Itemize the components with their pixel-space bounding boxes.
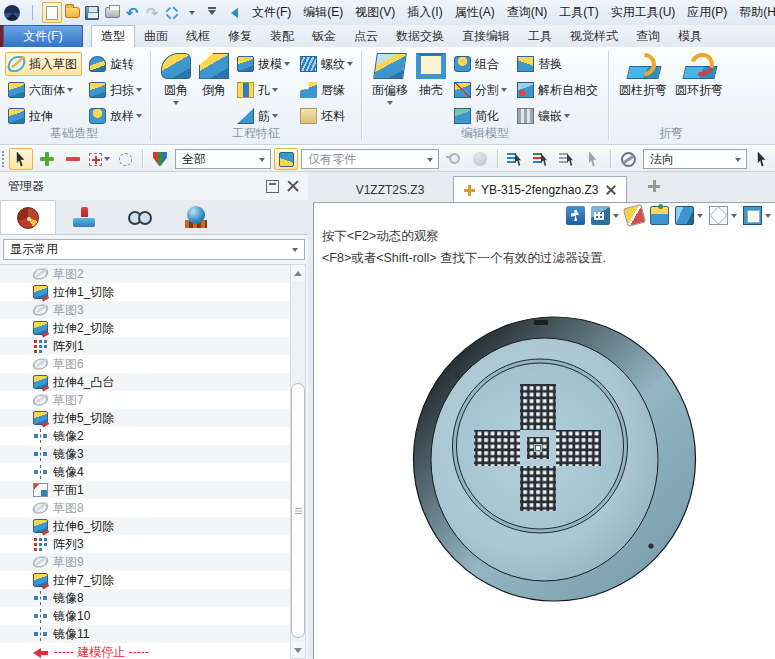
menu-item[interactable]: 插入(I) <box>401 0 448 25</box>
tree-item[interactable]: 镜像4 <box>0 463 290 481</box>
3d-model-disc[interactable] <box>314 203 775 659</box>
qat-button[interactable] <box>162 2 182 23</box>
toolbar-button[interactable] <box>113 148 137 170</box>
document-tab-active[interactable]: YB-315-2fengzhao.Z3 <box>453 176 627 203</box>
ribbon-tab[interactable]: 点云 <box>345 25 387 47</box>
ribbon-tab[interactable]: 数据交换 <box>387 25 453 47</box>
dropdown-arrow-icon[interactable] <box>284 62 290 69</box>
menu-item[interactable]: 编辑(E) <box>297 0 349 25</box>
dropdown-arrow-icon[interactable] <box>272 88 278 95</box>
tree-item[interactable]: 草图2 <box>0 265 290 283</box>
dropdown-arrow-icon[interactable] <box>564 114 570 121</box>
ribbon-button-large[interactable]: 圆环折弯 <box>672 51 726 101</box>
qat-button[interactable] <box>82 2 102 23</box>
filter-button[interactable] <box>148 148 172 170</box>
reuse-button[interactable] <box>274 148 298 170</box>
new-tab-button[interactable] <box>648 180 660 192</box>
qat-button[interactable] <box>202 2 222 23</box>
tree-item[interactable]: 平面1 <box>0 481 290 499</box>
scroll-down-button[interactable] <box>291 642 305 658</box>
tree-item[interactable]: 草图3 <box>0 301 290 319</box>
ribbon-button-large[interactable]: 圆角 <box>158 51 194 110</box>
qat-button[interactable]: ↶ <box>122 2 142 23</box>
tree-item[interactable]: 拉伸5_切除 <box>0 409 290 427</box>
toggle-a-button[interactable] <box>442 148 466 170</box>
dropdown-arrow-icon[interactable] <box>173 101 179 108</box>
ribbon-button[interactable]: 孔 <box>234 78 293 102</box>
entity-filter-combo[interactable]: 全部 <box>175 149 271 169</box>
toolbar-button[interactable] <box>35 148 59 170</box>
ribbon-button-large[interactable]: 倒角 <box>196 51 232 110</box>
ribbon-tab[interactable]: 造型 <box>91 25 135 47</box>
tree-item[interactable]: 镜像8 <box>0 589 290 607</box>
tree-filter-combo[interactable]: 显示常用 <box>3 239 305 260</box>
qat-button[interactable]: ↷ <box>142 2 162 23</box>
qat-button[interactable] <box>22 2 42 23</box>
ribbon-tab[interactable]: 工具 <box>519 25 561 47</box>
ribbon-tab[interactable]: 装配 <box>261 25 303 47</box>
qat-button[interactable] <box>182 2 202 23</box>
document-tab[interactable]: V1ZZT2S.Z3 <box>325 178 455 202</box>
ribbon-button[interactable]: 拔模 <box>234 52 293 76</box>
ribbon-tab[interactable]: 修复 <box>219 25 261 47</box>
pick-scope-combo[interactable]: 仅有零件 <box>301 149 439 169</box>
ribbon-tab[interactable]: 查询 <box>627 25 669 47</box>
pick-list-gray-button[interactable] <box>555 148 579 170</box>
toolbar-button[interactable] <box>61 148 85 170</box>
ribbon-button[interactable]: 组合 <box>451 52 510 76</box>
menu-item[interactable]: 属性(A) <box>449 0 501 25</box>
manager-tab[interactable] <box>168 200 224 234</box>
tree-item[interactable]: 草图8 <box>0 499 290 517</box>
ribbon-button[interactable]: 螺纹 <box>297 52 356 76</box>
ribbon-tab[interactable]: 直接编辑 <box>453 25 519 47</box>
ribbon-tab[interactable]: 线框 <box>177 25 219 47</box>
manager-tab[interactable] <box>112 200 168 234</box>
menu-item[interactable]: 实用工具(U) <box>605 0 682 25</box>
tree-item[interactable]: 镜像10 <box>0 607 290 625</box>
tree-item[interactable]: 拉伸1_切除 <box>0 283 290 301</box>
pick-list-colored-button[interactable] <box>529 148 553 170</box>
close-tab-icon[interactable] <box>606 185 616 195</box>
tree-item[interactable]: 镜像11 <box>0 625 290 643</box>
normal-combo[interactable]: 法向 <box>643 149 747 169</box>
dropdown-arrow-icon[interactable] <box>272 114 278 121</box>
tree-item[interactable]: 拉伸6_切除 <box>0 517 290 535</box>
toolbar-button[interactable] <box>9 148 33 170</box>
tree-item[interactable]: ----- 建模停止 ----- <box>0 643 290 659</box>
scrollbar-thumb[interactable] <box>291 383 305 638</box>
menu-item[interactable]: 帮助(H) <box>733 0 775 25</box>
manager-tab[interactable] <box>0 200 56 234</box>
ribbon-button[interactable]: 旋转 <box>86 52 145 76</box>
scroll-up-button[interactable] <box>291 265 305 281</box>
toolbar-button[interactable] <box>87 148 111 170</box>
qat-button[interactable] <box>102 2 122 23</box>
tree-item[interactable]: 拉伸7_切除 <box>0 571 290 589</box>
ribbon-button[interactable]: 分割 <box>451 78 510 102</box>
gyro-button[interactable] <box>616 148 640 170</box>
tree-item[interactable]: 阵列1 <box>0 337 290 355</box>
edge-cursor-button[interactable] <box>750 148 774 170</box>
ribbon-file-tab[interactable]: 文件(F) <box>3 25 83 47</box>
dropdown-arrow-icon[interactable] <box>136 88 142 95</box>
float-panel-button[interactable] <box>266 180 279 193</box>
qat-button[interactable] <box>62 2 82 23</box>
ribbon-button-large[interactable]: 面偏移 <box>369 51 411 110</box>
ribbon-tab[interactable]: 视觉样式 <box>561 25 627 47</box>
ribbon-button-large[interactable]: 圆柱折弯 <box>616 51 670 101</box>
ribbon-button-large[interactable]: 抽壳 <box>413 51 449 110</box>
ribbon-button[interactable]: 替换 <box>514 52 603 76</box>
tree-item[interactable]: 镜像3 <box>0 445 290 463</box>
ribbon-tab[interactable]: 模具 <box>669 25 711 47</box>
ribbon-tab[interactable]: 曲面 <box>135 25 177 47</box>
ribbon-button[interactable]: 插入草图 <box>5 52 82 76</box>
menu-item[interactable]: 查询(N) <box>501 0 554 25</box>
tree-item[interactable]: 草图9 <box>0 553 290 571</box>
tree-scrollbar[interactable] <box>290 264 306 659</box>
dropdown-arrow-icon[interactable] <box>501 88 507 95</box>
dropdown-arrow-icon[interactable] <box>387 101 393 108</box>
ribbon-button[interactable]: 唇缘 <box>297 78 356 102</box>
menu-item[interactable]: 文件(F) <box>246 0 297 25</box>
menu-item[interactable]: 视图(V) <box>349 0 401 25</box>
toolbar-grip[interactable] <box>2 151 4 167</box>
tree-item[interactable]: 草图7 <box>0 391 290 409</box>
